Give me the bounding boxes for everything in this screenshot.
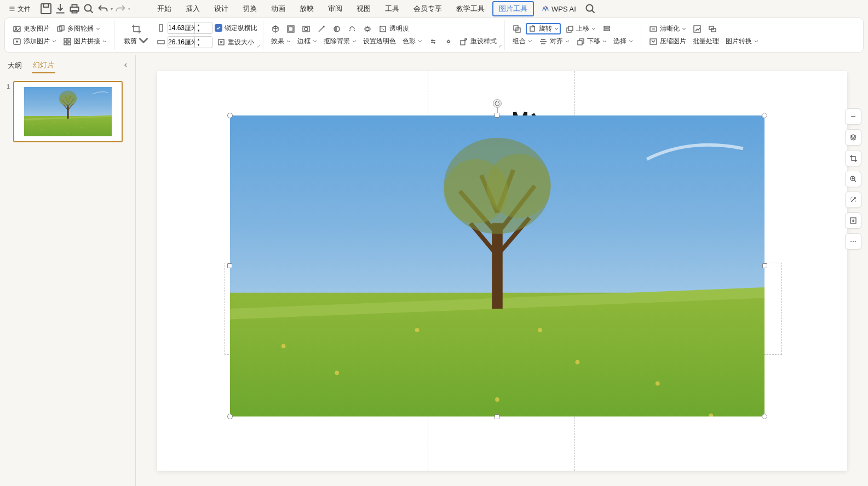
undo-button[interactable] xyxy=(96,2,110,15)
style-group-expand-icon[interactable]: ⤢ xyxy=(498,44,502,49)
width-input[interactable]: ▲▼ xyxy=(168,36,212,48)
resize-handle-tm[interactable] xyxy=(495,113,499,118)
resize-handle-bl[interactable] xyxy=(227,414,233,419)
move-up-button[interactable]: 上移 xyxy=(563,23,598,34)
tab-slideshow[interactable]: 放映 xyxy=(293,1,320,16)
effect-button[interactable]: 效果 xyxy=(269,36,293,47)
ribbon-group-arrange: 旋转 上移 组合 对齐 下移 选择 xyxy=(505,20,641,50)
float-layers-button[interactable] xyxy=(845,129,861,146)
batch-label: 批量处理 xyxy=(693,37,719,46)
tab-transition[interactable]: 切换 xyxy=(236,1,263,16)
size-group-expand-icon[interactable]: ⤢ xyxy=(257,44,261,49)
svg-point-62 xyxy=(850,241,852,242)
group-icon-button[interactable] xyxy=(510,24,524,34)
remove-bg-icon-button[interactable] xyxy=(300,24,313,34)
rotate-handle[interactable] xyxy=(493,99,502,108)
search-icon[interactable] xyxy=(584,2,597,15)
convert-button[interactable]: 图片转换 xyxy=(723,36,761,47)
width-spin-up[interactable]: ▲ xyxy=(195,37,202,42)
selected-image[interactable] xyxy=(230,115,764,416)
float-export-button[interactable] xyxy=(845,212,861,229)
image-merge-button[interactable]: 图片拼接 xyxy=(61,36,109,47)
set-transparent-icon-button[interactable] xyxy=(315,24,328,34)
width-spin-down[interactable]: ▼ xyxy=(195,42,202,48)
adjust2-button[interactable] xyxy=(427,36,440,47)
sharpen-button[interactable]: 清晰化 xyxy=(647,23,688,34)
multi-outline-button[interactable]: 多图轮播 xyxy=(54,23,102,34)
slide[interactable] xyxy=(157,71,847,471)
color-icon-button[interactable] xyxy=(330,24,343,34)
resize-handle-bm[interactable] xyxy=(495,414,499,419)
set-transparent-button[interactable]: 设置透明色 xyxy=(361,36,398,47)
move-down-button[interactable]: 下移 xyxy=(574,36,609,47)
brightness2-button[interactable] xyxy=(442,36,455,47)
convert-label: 图片转换 xyxy=(726,37,752,46)
slide-thumbnail-1[interactable] xyxy=(13,81,123,142)
remove-bg-button[interactable]: 抠除背景 xyxy=(321,36,359,47)
transparency-button[interactable]: 透明度 xyxy=(376,23,411,34)
float-crop-button[interactable] xyxy=(845,150,861,166)
slide-thumbnails: 1 xyxy=(0,77,135,486)
border-button[interactable]: 边框 xyxy=(295,36,319,47)
tab-insert[interactable]: 插入 xyxy=(179,1,206,16)
align-button[interactable]: 对齐 xyxy=(537,36,572,47)
brightness-icon-button[interactable] xyxy=(361,24,374,34)
border-style-button[interactable] xyxy=(284,24,297,34)
height-value[interactable] xyxy=(168,24,194,32)
float-magic-button[interactable] xyxy=(845,192,861,208)
resize-handle-br[interactable] xyxy=(762,414,767,419)
file-menu-button[interactable]: 文件 xyxy=(4,3,35,15)
change-image-button[interactable]: 更改图片 xyxy=(10,23,52,34)
height-spin-up[interactable]: ▲ xyxy=(195,22,202,28)
save-icon[interactable] xyxy=(39,2,53,15)
print-preview-icon[interactable] xyxy=(82,2,95,15)
compress-button[interactable]: 压缩图片 xyxy=(647,36,688,47)
tab-picture-tools[interactable]: 图片工具 xyxy=(492,1,534,16)
export-icon[interactable] xyxy=(54,2,67,15)
tab-wps-ai[interactable]: WPS AI xyxy=(535,2,583,16)
svg-point-64 xyxy=(855,241,856,242)
select-button[interactable]: 选择 xyxy=(611,36,635,47)
outline-tab[interactable]: 大纲 xyxy=(7,59,23,73)
lock-ratio-checkbox[interactable]: 锁定纵横比 xyxy=(215,24,257,33)
tab-animation[interactable]: 动画 xyxy=(265,1,292,16)
resize-handle-tr[interactable] xyxy=(762,113,767,118)
crop-button[interactable]: 裁剪 xyxy=(120,21,152,49)
group-button[interactable]: 组合 xyxy=(510,36,534,47)
adjust-icon-button[interactable] xyxy=(346,24,359,34)
color-button[interactable]: 色彩 xyxy=(400,36,424,47)
tab-design[interactable]: 设计 xyxy=(208,1,235,16)
collapse-panel-icon[interactable] xyxy=(123,62,129,70)
resize-handle-mr[interactable] xyxy=(762,263,767,268)
convert-icon-button[interactable] xyxy=(706,24,719,34)
tab-teaching[interactable]: 教学工具 xyxy=(450,1,491,16)
add-image-button[interactable]: 添加图片 xyxy=(10,36,59,47)
redo-button[interactable] xyxy=(114,2,127,15)
rotate-button[interactable]: 旋转 xyxy=(526,23,561,34)
tab-view[interactable]: 视图 xyxy=(350,1,377,16)
tab-member[interactable]: 会员专享 xyxy=(407,1,449,16)
float-collapse-button[interactable] xyxy=(845,108,861,125)
separator xyxy=(135,4,135,13)
tab-tools[interactable]: 工具 xyxy=(378,1,406,16)
height-input[interactable]: ▲▼ xyxy=(168,22,212,34)
tab-review[interactable]: 审阅 xyxy=(321,1,349,16)
print-icon[interactable] xyxy=(68,2,81,15)
resize-handle-ml[interactable] xyxy=(227,263,232,268)
effect-3d-button[interactable] xyxy=(269,24,282,34)
reset-style-button[interactable]: 重设样式 xyxy=(457,36,499,47)
slides-tab[interactable]: 幻灯片 xyxy=(32,58,55,73)
float-more-button[interactable] xyxy=(845,233,861,250)
tab-home[interactable]: 开始 xyxy=(151,1,178,16)
reset-size-button[interactable]: 重设大小 xyxy=(215,37,256,48)
float-zoom-button[interactable] xyxy=(845,171,861,187)
undo-dropdown-caret[interactable]: ▾ xyxy=(111,7,113,11)
redo-dropdown-caret[interactable]: ▾ xyxy=(128,7,130,11)
height-spin-down[interactable]: ▼ xyxy=(195,28,202,33)
batch-icon-button[interactable] xyxy=(691,24,704,34)
width-value[interactable] xyxy=(168,38,194,46)
batch-button[interactable]: 批量处理 xyxy=(691,36,721,47)
canvas-area[interactable] xyxy=(136,55,868,486)
select-pane-icon-button[interactable] xyxy=(600,24,613,34)
resize-handle-tl[interactable] xyxy=(227,113,233,118)
